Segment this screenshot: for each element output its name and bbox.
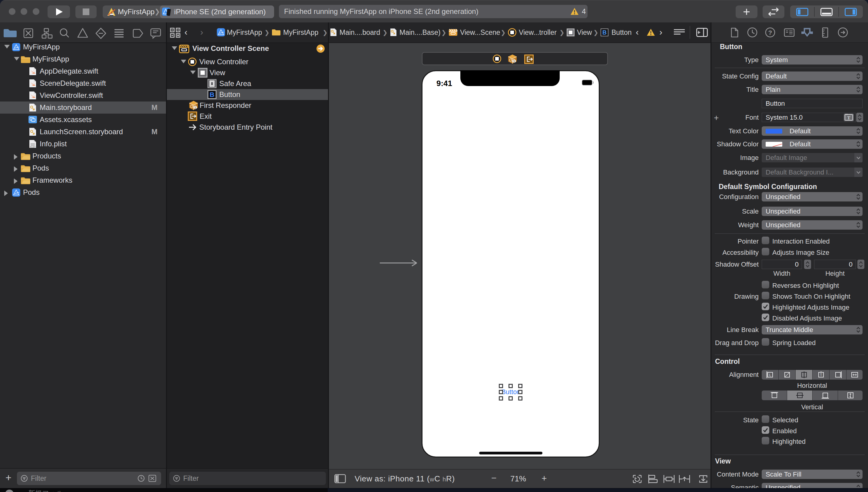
svg-text:T: T (847, 116, 850, 120)
svg-text:B: B (210, 91, 214, 98)
svg-text:1: 1 (513, 59, 515, 63)
svg-text:T: T (820, 373, 822, 377)
svg-text:L: L (769, 373, 771, 377)
svg-text:?: ? (768, 29, 772, 36)
svg-text:PLIST: PLIST (30, 146, 35, 148)
svg-text:1: 1 (195, 106, 196, 109)
